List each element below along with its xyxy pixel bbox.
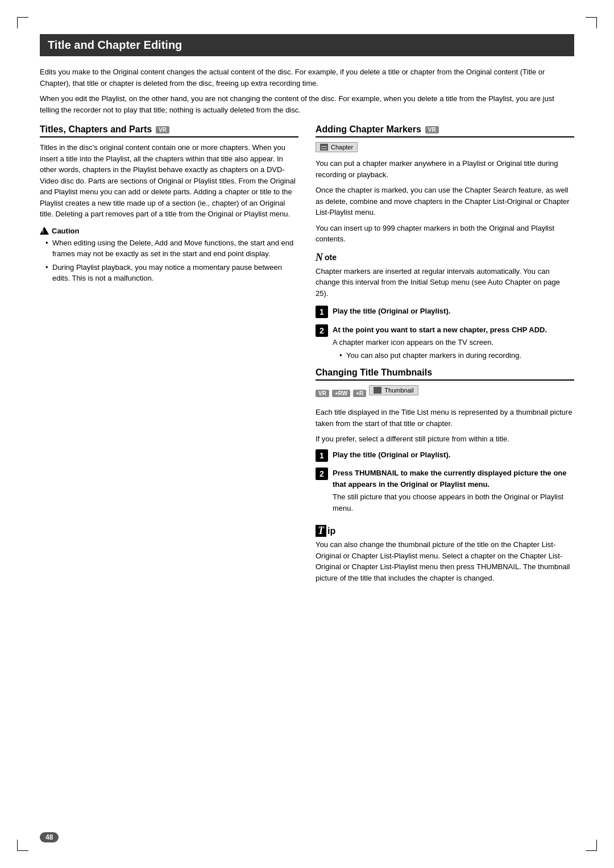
- page-title: Title and Chapter Editing: [40, 34, 574, 56]
- step2-bullet1: You can also put chapter markers in duri…: [339, 350, 574, 361]
- step2-sub: A chapter marker icon appears on the TV …: [333, 338, 493, 347]
- thumb-badge-vr: VR: [316, 390, 329, 397]
- step1-content: Play the title (Original or Playlist).: [333, 306, 574, 319]
- thumbnail-badge-label: Thumbnail: [384, 387, 413, 394]
- corner-mark-br: [586, 840, 597, 851]
- thumb-step1-label: Play the title (Original or Playlist).: [333, 449, 574, 461]
- section3-body2: If you prefer, select a different still …: [316, 433, 574, 445]
- step2-number: 2: [316, 324, 328, 337]
- thumb-step2: 2 Press THUMBNAIL to make the currently …: [316, 468, 574, 518]
- tip-title: T ip: [316, 525, 574, 537]
- chapter-step1: 1 Play the title (Original or Playlist).: [316, 306, 574, 319]
- corner-mark-tr: [586, 17, 597, 28]
- thumb-step1: 1 Play the title (Original or Playlist).: [316, 449, 574, 462]
- section1-badge: VR: [156, 126, 169, 133]
- thumb-step2-label: Press THUMBNAIL to make the currently di…: [333, 468, 574, 490]
- intro-para: Edits you make to the Original content c…: [40, 66, 574, 89]
- tip-body: You can also change the thumbnail pictur…: [316, 539, 574, 583]
- note-label: ote: [325, 253, 337, 262]
- section2-body1: You can put a chapter marker anywhere in…: [316, 158, 574, 180]
- caution-item-2: During Playlist playback, you may notice…: [45, 262, 298, 284]
- step1-number: 1: [316, 306, 328, 318]
- step2-label: At the point you want to start a new cha…: [333, 324, 574, 336]
- thumb-step2-content: Press THUMBNAIL to make the currently di…: [333, 468, 574, 518]
- thumb-step2-number: 2: [316, 468, 328, 480]
- section-adding-chapter: Adding Chapter Markers VR: [316, 124, 574, 137]
- chapter-step2: 2 At the point you want to start a new c…: [316, 324, 574, 362]
- thumbnail-ui-badge: Thumbnail: [369, 385, 418, 395]
- tip-t-icon: T: [316, 525, 326, 537]
- chapter-badge-label: Chapter: [331, 144, 353, 151]
- caution-label: Caution: [52, 227, 79, 235]
- section2-body3: You can insert up to 999 chapter markers…: [316, 223, 574, 245]
- note-block: N ote Chapter markers are inserted at re…: [316, 252, 574, 299]
- thumbnail-icon: [374, 387, 381, 394]
- section1-title-text: Titles, Chapters and Parts: [40, 124, 152, 135]
- page-number: 48: [40, 832, 59, 842]
- caution-item-1: When editing using the Delete, Add and M…: [45, 237, 298, 260]
- tip-block: T ip You can also change the thumbnail p…: [316, 525, 574, 583]
- chapter-icon: [320, 144, 328, 151]
- note-title: N ote: [316, 252, 574, 264]
- left-column: Titles, Chapters and Parts VR Titles in …: [40, 124, 298, 590]
- section3-body1: Each title displayed in the Title List m…: [316, 407, 574, 429]
- section2-title-text: Adding Chapter Markers: [316, 124, 421, 135]
- thumb-step2-sub: The still picture that you choose appear…: [333, 491, 574, 514]
- right-column: Adding Chapter Markers VR Chapter You ca…: [316, 124, 574, 590]
- caution-triangle-icon: [40, 227, 49, 235]
- corner-mark-tl: [17, 17, 28, 28]
- chapter-ui-badge: Chapter: [316, 142, 358, 152]
- two-column-layout: Titles, Chapters and Parts VR Titles in …: [40, 124, 574, 590]
- thumb-badge-rw: +RW: [332, 390, 350, 397]
- section2-badge: VR: [425, 126, 439, 133]
- note-n-icon: N: [316, 252, 323, 264]
- intro-para2: When you edit the Playlist, on the other…: [40, 93, 574, 115]
- page: Title and Chapter Editing Edits you make…: [0, 0, 614, 868]
- thumb-step1-number: 1: [316, 449, 328, 462]
- section2-body2: Once the chapter is marked, you can use …: [316, 185, 574, 218]
- caution-title: Caution: [40, 227, 298, 235]
- caution-list: When editing using the Delete, Add and M…: [40, 237, 298, 284]
- step1-label: Play the title (Original or Playlist).: [333, 306, 574, 317]
- section-thumbnail: Changing Title Thumbnails: [316, 368, 574, 381]
- step2-bullets: You can also put chapter markers in duri…: [333, 350, 574, 361]
- thumbnail-badge-row: VR +RW +R Thumbnail: [316, 385, 574, 401]
- tip-label: ip: [327, 526, 335, 536]
- section-titles-chapters: Titles, Chapters and Parts VR: [40, 124, 298, 137]
- note-body: Chapter markers are inserted at regular …: [316, 266, 574, 299]
- step2-content: At the point you want to start a new cha…: [333, 324, 574, 362]
- thumb-step1-content: Play the title (Original or Playlist).: [333, 449, 574, 462]
- thumb-badge-r: +R: [353, 390, 366, 397]
- caution-block: Caution When editing using the Delete, A…: [40, 227, 298, 284]
- intro-text: Edits you make to the Original content c…: [40, 66, 574, 115]
- section3-title-text: Changing Title Thumbnails: [316, 368, 432, 378]
- corner-mark-bl: [17, 840, 28, 851]
- section1-body: Titles in the disc's original content co…: [40, 142, 298, 220]
